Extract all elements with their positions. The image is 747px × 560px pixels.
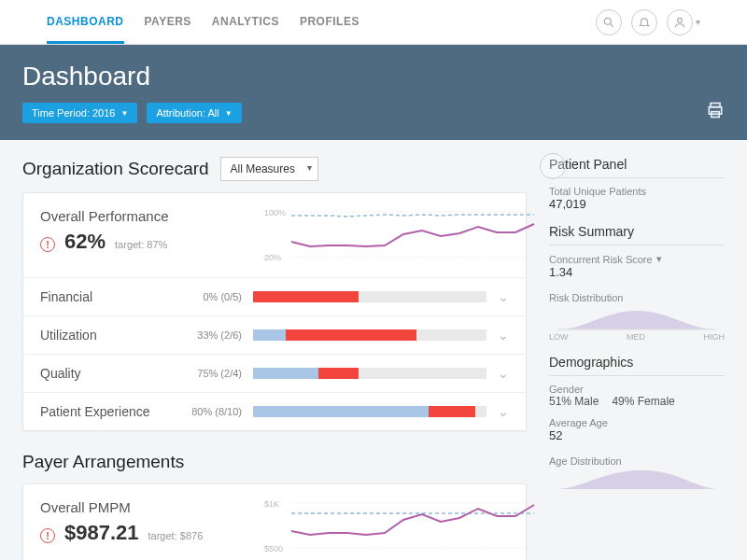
measure-label: Patient Experience <box>40 404 171 419</box>
measure-bar <box>253 291 486 302</box>
age-dist-label: Age Distribution <box>549 455 725 467</box>
pmpm-title: Overall PMPM <box>40 499 236 515</box>
payer-card: Overall PMPM ! $987.21 target: $876 $1K … <box>22 483 527 560</box>
overall-pmpm-row: Overall PMPM ! $987.21 target: $876 $1K … <box>23 484 526 560</box>
avg-age-label: Average Age <box>549 417 725 428</box>
top-nav: DASHBOARD PAYERS ANALYTICS PROFILES ▾ <box>0 0 747 45</box>
risk-dist-label: Risk Distribution <box>549 292 725 303</box>
measure-label: Financial <box>40 289 171 304</box>
caret-down-icon: ▾ <box>696 17 700 27</box>
measure-count: 75% (2/4) <box>182 368 242 379</box>
svg-line-1 <box>611 23 613 26</box>
overall-perf-target: target: 87% <box>115 239 167 250</box>
risk-dist-axis: LOWMEDHIGH <box>549 332 725 342</box>
page-title: Dashboard <box>22 62 725 91</box>
nav-icons: ▾ <box>596 9 700 35</box>
filter-time-period[interactable]: Time Period: 2016▼ <box>22 103 137 123</box>
user-icon <box>667 9 693 35</box>
print-icon[interactable] <box>706 101 725 123</box>
svg-point-2 <box>678 18 683 22</box>
age-dist-chart <box>549 467 725 491</box>
filter-attribution[interactable]: Attribution: All▼ <box>147 103 241 123</box>
measure-count: 80% (8/10) <box>182 406 242 417</box>
measure-row-utilization[interactable]: Utilization33% (2/6)⌄ <box>23 315 526 354</box>
tab-profiles[interactable]: PROFILES <box>300 0 359 44</box>
chevron-down-icon: ▼ <box>120 109 128 118</box>
measure-label: Utilization <box>40 328 171 343</box>
tab-analytics[interactable]: ANALYTICS <box>212 0 279 44</box>
demographics-heading: Demographics <box>549 355 725 376</box>
filter-row: Time Period: 2016▼ Attribution: All▼ <box>22 103 725 123</box>
chevron-down-icon: ⌄ <box>498 289 509 304</box>
hero-banner: Dashboard Time Period: 2016▼ Attribution… <box>0 45 747 140</box>
aside-column: Patient Panel Total Unique Patients 47,0… <box>549 157 725 560</box>
chevron-down-icon: ⌄ <box>498 404 509 419</box>
gender-values: 51% Male49% Female <box>549 395 725 408</box>
cursor-indicator <box>540 153 566 179</box>
chevron-down-icon: ⌄ <box>498 328 509 343</box>
total-patients-value: 47,019 <box>549 197 725 211</box>
measure-row-financial[interactable]: Financial0% (0/5)⌄ <box>23 277 526 315</box>
alert-icon: ! <box>40 237 55 252</box>
chevron-down-icon: ▼ <box>225 109 233 118</box>
measure-bar <box>253 329 486 341</box>
scorecard-heading: Organization Scorecard <box>22 159 209 179</box>
measure-bar <box>253 368 486 379</box>
pmpm-sparkline: $1K $500 <box>264 499 509 553</box>
avg-age-value: 52 <box>549 428 725 442</box>
overall-perf-value: 62% <box>64 230 106 254</box>
scorecard-card: Overall Performance ! 62% target: 87% 10… <box>22 192 527 431</box>
measure-count: 0% (0/5) <box>182 291 242 302</box>
chevron-down-icon: ▾ <box>656 253 662 265</box>
measure-selector[interactable]: All Measures <box>220 157 318 181</box>
measure-row-patient-experience[interactable]: Patient Experience80% (8/10)⌄ <box>23 392 526 430</box>
overall-perf-title: Overall Performance <box>40 208 236 224</box>
svg-point-0 <box>604 18 611 24</box>
scorecard-heading-row: Organization Scorecard All Measures <box>22 157 527 181</box>
risk-score-selector[interactable]: Concurrent Risk Score▾ <box>549 253 725 265</box>
risk-summary-heading: Risk Summary <box>549 224 725 245</box>
chevron-down-icon: ⌄ <box>498 366 509 381</box>
profile-menu[interactable]: ▾ <box>667 9 700 35</box>
main-column: Organization Scorecard All Measures Over… <box>22 157 527 560</box>
measure-row-quality[interactable]: Quality75% (2/4)⌄ <box>23 354 526 392</box>
measure-bar <box>253 406 486 417</box>
overall-performance-row: Overall Performance ! 62% target: 87% 10… <box>23 193 526 277</box>
nav-tabs: DASHBOARD PAYERS ANALYTICS PROFILES <box>47 0 596 44</box>
pmpm-target: target: $876 <box>148 530 204 541</box>
measure-label: Quality <box>40 366 171 381</box>
gender-label: Gender <box>549 384 725 395</box>
patient-panel-heading: Patient Panel <box>549 157 725 178</box>
alert-icon: ! <box>40 528 55 543</box>
total-patients-label: Total Unique Patients <box>549 186 725 197</box>
payer-heading: Payer Arrangements <box>22 452 527 472</box>
risk-dist-chart <box>549 303 725 331</box>
risk-score-value: 1.34 <box>549 265 725 279</box>
overall-perf-sparkline: 100% 20% <box>264 208 509 262</box>
tab-payers[interactable]: PAYERS <box>145 0 191 44</box>
bell-icon[interactable] <box>631 9 657 35</box>
measure-count: 33% (2/6) <box>182 329 242 341</box>
tab-dashboard[interactable]: DASHBOARD <box>47 0 124 44</box>
search-icon[interactable] <box>596 9 622 35</box>
pmpm-value: $987.21 <box>64 521 139 545</box>
